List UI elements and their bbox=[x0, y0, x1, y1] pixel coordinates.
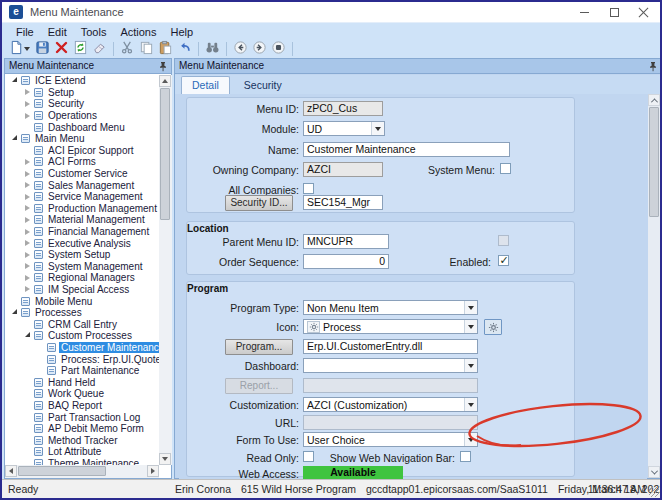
expand-arrow-icon[interactable] bbox=[23, 240, 32, 246]
menu-tools[interactable]: Tools bbox=[75, 25, 113, 39]
forward-button[interactable] bbox=[250, 41, 269, 58]
tree-item-label[interactable]: Custom Processes bbox=[46, 330, 134, 341]
expand-arrow-icon[interactable] bbox=[23, 101, 32, 107]
tree-item-label[interactable]: ICE Extend bbox=[33, 75, 88, 86]
tree-item[interactable]: Lot Attribute bbox=[6, 446, 159, 458]
security-id-button[interactable]: Security ID... bbox=[225, 195, 293, 211]
tree-item-label[interactable]: ACI Epicor Support bbox=[46, 145, 136, 156]
tree-item-label[interactable]: Financial Management bbox=[46, 226, 151, 237]
tree-item[interactable]: Sales Management bbox=[6, 179, 159, 191]
tree-item-label[interactable]: Dashboard Menu bbox=[46, 122, 127, 133]
order-sequence-field[interactable]: 0 bbox=[303, 254, 389, 269]
clear-button[interactable] bbox=[90, 41, 109, 58]
tree-item-label[interactable]: Mobile Menu bbox=[33, 296, 94, 307]
expand-arrow-icon[interactable] bbox=[23, 252, 32, 258]
dropdown-arrow-icon[interactable] bbox=[464, 359, 477, 372]
tree-item-label[interactable]: Hand Held bbox=[46, 377, 97, 388]
expand-arrow-icon[interactable] bbox=[23, 89, 32, 95]
show-web-nav-checkbox[interactable] bbox=[460, 451, 471, 462]
scrollbar-thumb[interactable] bbox=[649, 107, 659, 217]
security-id-field[interactable]: SEC154_Mgr bbox=[303, 195, 383, 210]
menu-help[interactable]: Help bbox=[164, 25, 199, 39]
read-only-checkbox[interactable] bbox=[303, 451, 314, 462]
tab-detail[interactable]: Detail bbox=[181, 76, 230, 94]
program-field[interactable]: Erp.UI.CustomerEntry.dll bbox=[303, 339, 478, 354]
tree-item-label[interactable]: Part Maintenance bbox=[59, 365, 141, 376]
tree-item[interactable]: Financial Management bbox=[6, 226, 159, 238]
tree-item[interactable]: Part Transaction Log bbox=[6, 411, 159, 423]
tree-item[interactable]: BAQ Report bbox=[6, 400, 159, 412]
scrollbar-thumb[interactable] bbox=[18, 466, 106, 476]
pin-icon[interactable] bbox=[159, 61, 167, 74]
resize-grip[interactable] bbox=[649, 487, 659, 497]
tree-item-label[interactable]: IM Special Access bbox=[46, 284, 131, 295]
tree-item-label[interactable]: Production Management bbox=[46, 203, 159, 214]
tree-item-label[interactable]: AP Debit Memo Form bbox=[46, 423, 146, 434]
tree-item[interactable]: Work Queue bbox=[6, 388, 159, 400]
scroll-right-button[interactable] bbox=[147, 465, 159, 477]
menu-actions[interactable]: Actions bbox=[114, 25, 162, 39]
expand-arrow-icon[interactable] bbox=[23, 229, 32, 235]
tree-item[interactable]: Process: Erp.UI.QuoteEn bbox=[6, 353, 159, 365]
paste-button[interactable] bbox=[156, 41, 175, 58]
tree-item[interactable]: Operations bbox=[6, 110, 159, 122]
back-button[interactable] bbox=[231, 41, 250, 58]
tree-item-label[interactable]: Security bbox=[46, 98, 86, 109]
expand-arrow-icon[interactable] bbox=[23, 217, 32, 223]
tree-item-label[interactable]: Service Management bbox=[46, 191, 145, 202]
tree-item[interactable]: Executive Analysis bbox=[6, 237, 159, 249]
tree-item[interactable]: Hand Held bbox=[6, 376, 159, 388]
dashboard-dropdown[interactable] bbox=[303, 358, 478, 373]
scroll-up-button[interactable] bbox=[648, 94, 660, 106]
tree-item-label[interactable]: Process: Erp.UI.QuoteEn bbox=[59, 354, 159, 365]
tree-item[interactable]: Custom Processes bbox=[6, 330, 159, 342]
save-button[interactable] bbox=[33, 41, 52, 58]
tree-item[interactable]: Method Tracker bbox=[6, 434, 159, 446]
icon-settings-button[interactable] bbox=[484, 319, 502, 335]
close-button[interactable] bbox=[630, 2, 658, 22]
collapse-arrow-icon[interactable] bbox=[10, 78, 19, 83]
delete-button[interactable] bbox=[52, 41, 71, 58]
tree-item[interactable]: Production Management bbox=[6, 203, 159, 215]
expand-arrow-icon[interactable] bbox=[23, 171, 32, 177]
copy-button[interactable] bbox=[137, 41, 156, 58]
parent-menu-id-field[interactable]: MNCUPR bbox=[303, 234, 389, 249]
module-dropdown[interactable]: UD bbox=[303, 121, 385, 136]
tree-item[interactable]: Service Management bbox=[6, 191, 159, 203]
program-button[interactable]: Program... bbox=[225, 339, 293, 355]
tree-item-label[interactable]: Executive Analysis bbox=[46, 238, 133, 249]
maximize-button[interactable] bbox=[600, 2, 628, 22]
tree-item-label[interactable]: Regional Managers bbox=[46, 272, 137, 283]
dropdown-arrow-icon[interactable] bbox=[464, 320, 477, 333]
menu-id-field[interactable]: zPC0_Cus bbox=[303, 101, 383, 116]
tree-item-label[interactable]: System Management bbox=[46, 261, 145, 272]
tree-horizontal-scrollbar[interactable] bbox=[5, 465, 159, 478]
search-button[interactable] bbox=[203, 41, 222, 58]
tree-item[interactable]: Main Menu bbox=[6, 133, 159, 145]
tree-item-label[interactable]: Operations bbox=[46, 110, 99, 121]
customization-dropdown[interactable]: AZCI (Customization) bbox=[303, 397, 478, 412]
owning-company-field[interactable]: AZCI bbox=[303, 162, 383, 177]
menu-file[interactable]: File bbox=[10, 25, 40, 39]
tree-item[interactable]: Processes bbox=[6, 307, 159, 319]
expand-arrow-icon[interactable] bbox=[23, 286, 32, 292]
form-to-use-dropdown[interactable]: User Choice bbox=[303, 432, 478, 447]
tree-item-label[interactable]: Material Management bbox=[46, 214, 147, 225]
dropdown-arrow-icon[interactable] bbox=[464, 433, 477, 446]
tree-item[interactable]: CRM Call Entry bbox=[6, 318, 159, 330]
name-field[interactable]: Customer Maintenance bbox=[303, 142, 510, 157]
scroll-down-button[interactable] bbox=[159, 453, 171, 465]
tree-item-label[interactable]: Work Queue bbox=[46, 388, 106, 399]
minimize-button[interactable] bbox=[570, 2, 598, 22]
tree-item-label[interactable]: Part Transaction Log bbox=[46, 412, 142, 423]
dropdown-arrow-icon[interactable] bbox=[464, 301, 477, 314]
collapse-arrow-icon[interactable] bbox=[23, 333, 32, 338]
expand-arrow-icon[interactable] bbox=[23, 205, 32, 211]
system-menu-checkbox[interactable] bbox=[500, 163, 511, 174]
tree-item[interactable]: System Setup bbox=[6, 249, 159, 261]
scroll-left-button[interactable] bbox=[5, 465, 17, 477]
tree-item[interactable]: ACI Epicor Support bbox=[6, 145, 159, 157]
tree-item[interactable]: Theme Maintenance bbox=[6, 458, 159, 465]
dropdown-arrow-icon[interactable] bbox=[371, 122, 384, 135]
tree-item-label[interactable]: Lot Attribute bbox=[46, 446, 103, 457]
